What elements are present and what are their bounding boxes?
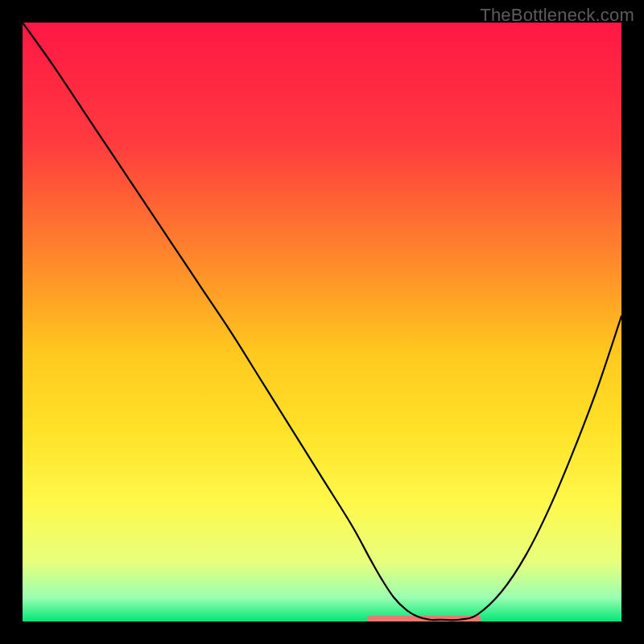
chart-background	[23, 23, 621, 621]
chart-frame: TheBottleneck.com	[0, 0, 644, 644]
chart-plot-area	[23, 23, 621, 621]
chart-svg	[23, 23, 621, 621]
